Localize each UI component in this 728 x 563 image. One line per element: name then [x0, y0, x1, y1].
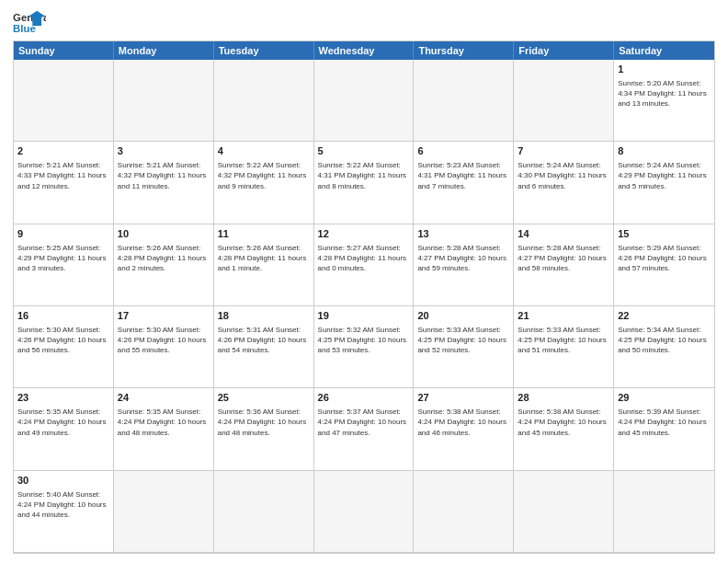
day-info: Sunrise: 5:27 AM Sunset: 4:28 PM Dayligh…: [318, 243, 410, 274]
day-header-sunday: Sunday: [14, 41, 114, 60]
calendar-day-29: 29Sunrise: 5:39 AM Sunset: 4:24 PM Dayli…: [614, 388, 714, 470]
day-number: 13: [417, 227, 509, 241]
day-number: 25: [218, 391, 310, 405]
day-number: 7: [518, 144, 609, 158]
day-info: Sunrise: 5:23 AM Sunset: 4:31 PM Dayligh…: [417, 160, 509, 191]
day-number: 24: [118, 391, 210, 405]
day-info: Sunrise: 5:40 AM Sunset: 4:24 PM Dayligh…: [17, 489, 109, 521]
calendar-empty-cell: [114, 60, 214, 142]
day-number: 4: [218, 144, 310, 158]
logo: General Blue: [13, 9, 46, 35]
calendar-day-14: 14Sunrise: 5:28 AM Sunset: 4:27 PM Dayli…: [514, 224, 614, 306]
calendar-day-13: 13Sunrise: 5:28 AM Sunset: 4:27 PM Dayli…: [414, 224, 514, 306]
day-header-wednesday: Wednesday: [314, 41, 415, 60]
day-number: 12: [318, 227, 410, 241]
calendar-day-26: 26Sunrise: 5:37 AM Sunset: 4:24 PM Dayli…: [314, 388, 415, 470]
day-info: Sunrise: 5:32 AM Sunset: 4:25 PM Dayligh…: [318, 325, 410, 356]
day-number: 22: [618, 309, 711, 323]
day-info: Sunrise: 5:35 AM Sunset: 4:24 PM Dayligh…: [17, 407, 109, 438]
day-info: Sunrise: 5:30 AM Sunset: 4:26 PM Dayligh…: [118, 325, 210, 356]
day-info: Sunrise: 5:28 AM Sunset: 4:27 PM Dayligh…: [417, 243, 509, 274]
calendar-day-8: 8Sunrise: 5:24 AM Sunset: 4:29 PM Daylig…: [614, 142, 714, 224]
day-info: Sunrise: 5:30 AM Sunset: 4:26 PM Dayligh…: [17, 325, 109, 356]
day-number: 1: [618, 63, 711, 76]
day-info: Sunrise: 5:38 AM Sunset: 4:24 PM Dayligh…: [518, 407, 609, 438]
calendar-day-4: 4Sunrise: 5:22 AM Sunset: 4:32 PM Daylig…: [214, 142, 314, 224]
calendar-day-25: 25Sunrise: 5:36 AM Sunset: 4:24 PM Dayli…: [214, 388, 314, 470]
calendar-day-17: 17Sunrise: 5:30 AM Sunset: 4:26 PM Dayli…: [114, 306, 214, 388]
calendar-day-24: 24Sunrise: 5:35 AM Sunset: 4:24 PM Dayli…: [114, 388, 214, 470]
day-number: 3: [118, 144, 210, 158]
day-number: 19: [318, 309, 410, 323]
day-info: Sunrise: 5:26 AM Sunset: 4:28 PM Dayligh…: [218, 243, 310, 274]
day-info: Sunrise: 5:37 AM Sunset: 4:24 PM Dayligh…: [318, 407, 410, 438]
day-info: Sunrise: 5:29 AM Sunset: 4:26 PM Dayligh…: [618, 243, 711, 274]
day-number: 10: [118, 227, 210, 241]
day-number: 14: [518, 227, 609, 241]
calendar-day-23: 23Sunrise: 5:35 AM Sunset: 4:24 PM Dayli…: [14, 388, 114, 470]
calendar-day-16: 16Sunrise: 5:30 AM Sunset: 4:26 PM Dayli…: [14, 306, 114, 388]
day-number: 23: [17, 391, 109, 405]
day-info: Sunrise: 5:39 AM Sunset: 4:24 PM Dayligh…: [618, 407, 711, 438]
day-number: 18: [218, 309, 310, 323]
generalblue-logo-icon: General Blue: [13, 9, 46, 35]
header: General Blue: [13, 9, 715, 35]
day-info: Sunrise: 5:24 AM Sunset: 4:29 PM Dayligh…: [618, 160, 711, 191]
day-header-saturday: Saturday: [614, 41, 714, 60]
day-header-monday: Monday: [114, 41, 214, 60]
calendar-day-7: 7Sunrise: 5:24 AM Sunset: 4:30 PM Daylig…: [514, 142, 614, 224]
day-number: 21: [518, 309, 609, 323]
calendar-empty-cell: [414, 60, 514, 142]
day-number: 20: [417, 309, 509, 323]
day-info: Sunrise: 5:26 AM Sunset: 4:28 PM Dayligh…: [118, 243, 210, 274]
day-number: 15: [618, 227, 711, 241]
svg-text:Blue: Blue: [13, 23, 36, 34]
day-number: 2: [17, 144, 109, 158]
day-number: 9: [17, 227, 109, 241]
day-info: Sunrise: 5:22 AM Sunset: 4:32 PM Dayligh…: [218, 160, 310, 191]
day-info: Sunrise: 5:38 AM Sunset: 4:24 PM Dayligh…: [417, 407, 509, 438]
calendar-empty-cell: [14, 60, 114, 142]
day-info: Sunrise: 5:22 AM Sunset: 4:31 PM Dayligh…: [318, 160, 410, 191]
calendar-grid: 1Sunrise: 5:20 AM Sunset: 4:34 PM Daylig…: [14, 60, 714, 553]
calendar-day-12: 12Sunrise: 5:27 AM Sunset: 4:28 PM Dayli…: [314, 224, 415, 306]
calendar-empty-cell: [114, 471, 214, 553]
calendar-day-10: 10Sunrise: 5:26 AM Sunset: 4:28 PM Dayli…: [114, 224, 214, 306]
day-info: Sunrise: 5:24 AM Sunset: 4:30 PM Dayligh…: [518, 160, 609, 191]
calendar-empty-cell: [314, 471, 415, 553]
day-number: 26: [318, 391, 410, 405]
day-number: 5: [318, 144, 410, 158]
calendar-empty-cell: [614, 471, 714, 553]
day-info: Sunrise: 5:33 AM Sunset: 4:25 PM Dayligh…: [417, 325, 509, 356]
calendar-empty-cell: [514, 471, 614, 553]
day-number: 11: [218, 227, 310, 241]
calendar-day-1: 1Sunrise: 5:20 AM Sunset: 4:34 PM Daylig…: [614, 60, 714, 142]
day-info: Sunrise: 5:28 AM Sunset: 4:27 PM Dayligh…: [518, 243, 609, 274]
calendar-day-5: 5Sunrise: 5:22 AM Sunset: 4:31 PM Daylig…: [314, 142, 415, 224]
calendar-day-28: 28Sunrise: 5:38 AM Sunset: 4:24 PM Dayli…: [514, 388, 614, 470]
day-number: 17: [118, 309, 210, 323]
calendar-empty-cell: [214, 60, 314, 142]
calendar-day-3: 3Sunrise: 5:21 AM Sunset: 4:32 PM Daylig…: [114, 142, 214, 224]
day-info: Sunrise: 5:21 AM Sunset: 4:32 PM Dayligh…: [118, 160, 210, 191]
day-number: 30: [17, 474, 109, 488]
calendar-day-18: 18Sunrise: 5:31 AM Sunset: 4:26 PM Dayli…: [214, 306, 314, 388]
calendar-day-9: 9Sunrise: 5:25 AM Sunset: 4:29 PM Daylig…: [14, 224, 114, 306]
calendar-day-19: 19Sunrise: 5:32 AM Sunset: 4:25 PM Dayli…: [314, 306, 415, 388]
calendar-empty-cell: [314, 60, 415, 142]
calendar-empty-cell: [214, 471, 314, 553]
calendar-empty-cell: [414, 471, 514, 553]
calendar-day-21: 21Sunrise: 5:33 AM Sunset: 4:25 PM Dayli…: [514, 306, 614, 388]
calendar-empty-cell: [514, 60, 614, 142]
calendar-day-11: 11Sunrise: 5:26 AM Sunset: 4:28 PM Dayli…: [214, 224, 314, 306]
calendar-day-15: 15Sunrise: 5:29 AM Sunset: 4:26 PM Dayli…: [614, 224, 714, 306]
day-info: Sunrise: 5:36 AM Sunset: 4:24 PM Dayligh…: [218, 407, 310, 438]
day-header-thursday: Thursday: [414, 41, 514, 60]
day-number: 29: [618, 391, 711, 405]
calendar-day-2: 2Sunrise: 5:21 AM Sunset: 4:33 PM Daylig…: [14, 142, 114, 224]
calendar-day-6: 6Sunrise: 5:23 AM Sunset: 4:31 PM Daylig…: [414, 142, 514, 224]
calendar: SundayMondayTuesdayWednesdayThursdayFrid…: [13, 40, 715, 554]
day-number: 16: [17, 309, 109, 323]
day-number: 28: [518, 391, 609, 405]
day-info: Sunrise: 5:34 AM Sunset: 4:25 PM Dayligh…: [618, 325, 711, 356]
